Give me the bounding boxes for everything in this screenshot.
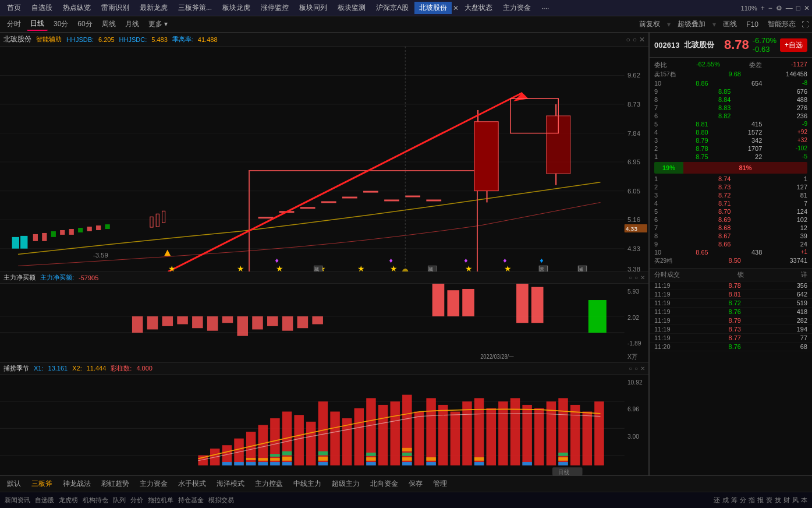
- sb-bao[interactable]: 报: [757, 496, 764, 505]
- svg-rect-45: [487, 191, 488, 203]
- sb-zhi[interactable]: 指: [749, 496, 755, 505]
- close-icon[interactable]: ✕: [804, 4, 810, 12]
- ind-pin-icon[interactable]: ○: [629, 365, 632, 372]
- sb-zi[interactable]: 资: [766, 496, 772, 505]
- nav-a-shares[interactable]: 沪深京A股: [371, 2, 413, 14]
- btn-smart-form[interactable]: 智能形态: [764, 18, 799, 30]
- btb-three-axe[interactable]: 三板斧: [27, 478, 57, 490]
- btb-rainbow[interactable]: 彩虹超势: [97, 478, 134, 490]
- vol-close-icon[interactable]: ✕: [640, 274, 645, 281]
- tt-vol-0: 356: [784, 282, 807, 289]
- sb-chou[interactable]: 筹: [731, 496, 737, 505]
- sb-tractor-order[interactable]: 拖拉机单: [148, 496, 173, 505]
- btb-main-funds[interactable]: 主力资金: [135, 478, 172, 490]
- nav-beibo[interactable]: 北玻股份: [414, 2, 452, 14]
- btb-main-control[interactable]: 主力控盘: [250, 478, 288, 490]
- pin-icon[interactable]: ○: [626, 36, 630, 44]
- btb-default[interactable]: 默认: [2, 478, 26, 490]
- nav-watchlist[interactable]: 自选股: [27, 2, 57, 14]
- btn-fuquan[interactable]: 前复权: [636, 18, 664, 30]
- btb-midline-main[interactable]: 中线主力: [289, 478, 326, 490]
- ind-close-icon[interactable]: ✕: [640, 365, 645, 372]
- sell-vol-10: 654: [721, 80, 762, 87]
- btn-draw[interactable]: 画线: [719, 18, 740, 30]
- nav-home[interactable]: 首页: [2, 2, 26, 14]
- vol-settings-icon[interactable]: ○: [634, 274, 638, 281]
- sb-dragon-rank[interactable]: 龙虎榜: [59, 496, 78, 505]
- svg-rect-30: [162, 211, 165, 223]
- buy-price-2: 8.73: [702, 184, 731, 190]
- nav-hotspot[interactable]: 热点纵览: [58, 2, 95, 14]
- minimize-icon[interactable]: —: [786, 4, 793, 12]
- svg-rect-150: [414, 411, 424, 465]
- btn-superlay[interactable]: 超级叠加: [674, 18, 709, 30]
- detail-label[interactable]: 详: [801, 270, 807, 279]
- nav-block-dragon[interactable]: 板块龙虎: [218, 2, 255, 14]
- btb-super-main[interactable]: 超级主力: [327, 478, 364, 490]
- btb-manage[interactable]: 管理: [428, 478, 452, 490]
- svg-rect-165: [534, 408, 544, 465]
- volume-chart[interactable]: 主力净买额 主力净买额: -57905 ○ ○ ✕ 5.93 2.02 -1.8…: [0, 272, 648, 363]
- nav-three-axe[interactable]: 三板斧策...: [173, 2, 217, 14]
- indicator-chart[interactable]: 捕捞季节 X1: 13.161 X2: 11.444 彩柱数: 4.000 ○ …: [0, 363, 648, 475]
- btb-shenlong[interactable]: 神龙战法: [58, 478, 95, 490]
- sb-feng[interactable]: 风: [792, 496, 799, 505]
- nav-thunder[interactable]: 雷雨识别: [97, 2, 134, 14]
- svg-rect-101: [531, 287, 544, 323]
- sb-huan[interactable]: 还: [714, 496, 720, 505]
- sb-cai[interactable]: 财: [783, 496, 790, 505]
- tf-weekly[interactable]: 周线: [98, 18, 119, 30]
- sb-ben[interactable]: 本: [801, 496, 807, 505]
- settings-chart-icon[interactable]: ○: [633, 36, 637, 44]
- sb-sim-trade[interactable]: 模拟交易: [208, 496, 234, 505]
- svg-line-49: [168, 93, 523, 271]
- tf-30min[interactable]: 30分: [50, 18, 72, 30]
- sb-queue[interactable]: 队列: [113, 496, 126, 505]
- ind-settings-icon[interactable]: ○: [634, 365, 638, 372]
- svg-rect-125: [270, 454, 280, 457]
- nav-block-monitor[interactable]: 板块监测: [333, 2, 370, 14]
- lock-icon[interactable]: 锁: [737, 270, 744, 279]
- btb-ocean[interactable]: 海洋模式: [212, 478, 249, 490]
- nav-limit-monitor[interactable]: 涨停监控: [256, 2, 293, 14]
- zoom-in-icon[interactable]: +: [761, 4, 765, 12]
- svg-text:藏: 藏: [428, 267, 433, 271]
- sb-ji[interactable]: 技: [775, 496, 781, 505]
- sb-watchlist[interactable]: 自选股: [35, 496, 54, 505]
- btn-f10[interactable]: F10: [743, 19, 762, 30]
- sb-cheng[interactable]: 成: [722, 496, 729, 505]
- svg-rect-124: [270, 458, 280, 461]
- nav-main-funds[interactable]: 主力资金: [498, 2, 536, 14]
- btb-north-funds[interactable]: 北向资金: [366, 478, 403, 490]
- fullscreen-icon[interactable]: ⛶: [802, 20, 809, 29]
- sb-institution[interactable]: 机构持仓: [83, 496, 108, 505]
- nav-dragon[interactable]: 最新龙虎: [135, 2, 172, 14]
- close-chart-icon[interactable]: ✕: [639, 36, 645, 44]
- maximize-icon[interactable]: □: [796, 4, 800, 12]
- sb-price-dist[interactable]: 分价: [130, 496, 143, 505]
- tf-fenshi[interactable]: 分时: [3, 18, 24, 30]
- svg-text:♦: ♦: [389, 257, 392, 265]
- nav-market-status[interactable]: 大盘状态: [460, 2, 497, 14]
- nav-block-same[interactable]: 板块同列: [295, 2, 332, 14]
- settings-icon[interactable]: ⚙: [776, 4, 782, 12]
- sb-fen[interactable]: 分: [740, 496, 746, 505]
- price-chart[interactable]: 9.62 8.73 7.84 6.95 6.05 5.16 4.33 3.38 …: [0, 47, 648, 272]
- sb-position-fund[interactable]: 持仓基金: [178, 496, 204, 505]
- svg-rect-171: [570, 405, 580, 465]
- tf-monthly[interactable]: 月线: [122, 18, 143, 30]
- nav-more[interactable]: ····: [537, 3, 554, 13]
- tf-more[interactable]: 更多 ▾: [145, 18, 171, 30]
- svg-rect-89: [207, 316, 218, 331]
- vol-pin-icon[interactable]: ○: [629, 274, 632, 281]
- btb-sailor[interactable]: 水手模式: [173, 478, 211, 490]
- add-to-watchlist-button[interactable]: +自选: [780, 38, 807, 52]
- tf-daily[interactable]: 日线: [27, 17, 48, 31]
- btb-save[interactable]: 保存: [404, 478, 427, 490]
- sb-news[interactable]: 新闻资讯: [5, 496, 30, 505]
- tt-price-0: 8.78: [718, 282, 741, 289]
- nav-close-icon[interactable]: ✕: [453, 4, 459, 12]
- tf-60min[interactable]: 60分: [74, 18, 95, 30]
- tt-row-0: 11:19 8.78 356: [650, 281, 812, 290]
- zoom-out-icon[interactable]: −: [768, 4, 772, 12]
